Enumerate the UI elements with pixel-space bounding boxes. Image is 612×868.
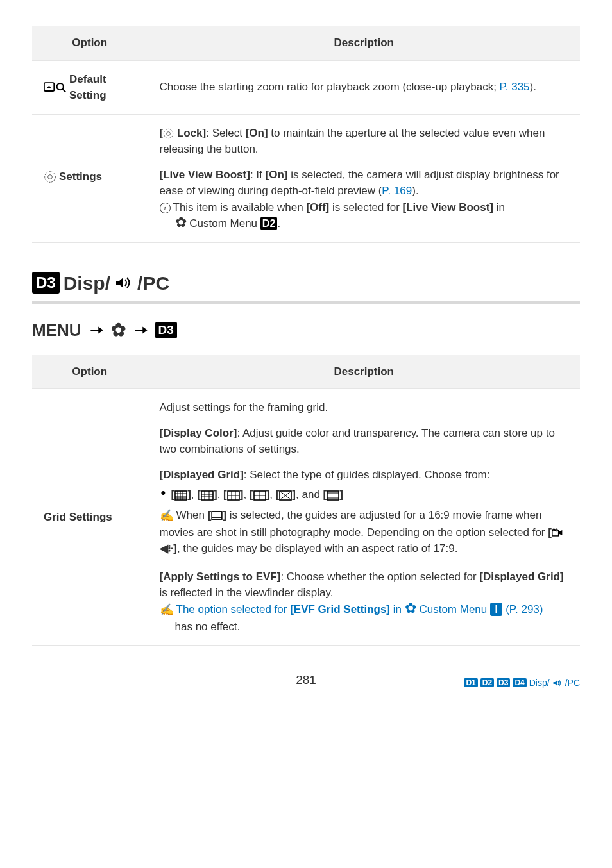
info-icon: i (160, 203, 171, 213)
svg-rect-33 (212, 512, 222, 519)
svg-rect-8 (175, 491, 187, 500)
svg-point-6 (164, 129, 173, 138)
grid-3x3-icon (227, 490, 240, 501)
playback-zoom-icon (44, 81, 67, 93)
arrow-right-icon (132, 322, 149, 338)
description-text: Choose the starting zoom ratio for playb… (160, 79, 569, 96)
aperture-icon (163, 128, 174, 139)
svg-point-5 (48, 174, 53, 179)
aperture-icon (44, 171, 56, 183)
grid-options-list: [], [], [], [], [], and [] (160, 487, 569, 503)
grid-cross-icon (253, 490, 266, 501)
d3-badge: D3 (32, 272, 60, 294)
d2-badge: D2 (480, 678, 494, 687)
gear-icon: ✿ (405, 600, 416, 616)
arrow-right-icon (88, 322, 105, 338)
d3-badge: D3 (497, 678, 510, 687)
col-option-header: Option (32, 26, 148, 60)
grid-movie-icon (327, 490, 339, 501)
svg-marker-39 (559, 530, 562, 535)
table-row: Settings [ Lock]: Select [On] to maintai… (32, 114, 580, 242)
svg-rect-30 (327, 491, 339, 500)
svg-rect-15 (201, 491, 213, 500)
grid-intro: Adjust settings for the framing grid. (160, 399, 569, 416)
i-badge: I (490, 603, 503, 616)
option-label: Grid Settings (32, 389, 148, 646)
table-row: Grid Settings Adjust settings for the fr… (32, 389, 580, 646)
displayed-grid-desc: [Displayed Grid]: Select the type of gui… (160, 467, 569, 557)
svg-marker-1 (46, 85, 51, 88)
grid-5x5-icon (174, 490, 187, 501)
breadcrumb: D1 D2 D3 D4 Disp//PC (464, 676, 580, 690)
apply-evf-desc: [Apply Settings to EVF]: Choose whether … (160, 569, 569, 635)
quality-diamond-icon: ◀ (160, 542, 168, 555)
movie-quality-icon (552, 528, 563, 537)
settings-table-1: Option Description (32, 26, 580, 243)
section-heading: D3 Disp//PC (32, 269, 580, 297)
display-color-desc: [Display Color]: Adjust guide color and … (160, 425, 569, 458)
gear-icon: ✿ (175, 214, 187, 230)
live-view-boost-description: [Live View Boost]: If [On] is selected, … (160, 167, 569, 232)
grid-4x3-icon (201, 490, 214, 501)
d1-badge: D1 (464, 678, 477, 687)
option-label: Default Setting (69, 71, 136, 104)
grid-diagonal-icon (279, 490, 292, 501)
svg-line-3 (62, 89, 65, 92)
hint-icon: ✍ (160, 603, 174, 616)
page-link-335[interactable]: P. 335 (500, 81, 530, 93)
hint-icon: ✍ (160, 509, 174, 522)
menu-path: MENU ✿ D3 (32, 318, 580, 343)
sound-icon (114, 274, 133, 291)
col-option-header: Option (32, 355, 148, 389)
lock-description: [ Lock]: Select [On] to maintain the ape… (160, 125, 569, 158)
option-label: Settings (59, 169, 102, 185)
settings-table-2: Option Description Grid Settings Adjust … (32, 355, 580, 646)
svg-point-4 (45, 171, 56, 182)
menu-label: MENU (32, 318, 81, 343)
col-description-header: Description (148, 26, 580, 60)
d3-badge: D3 (155, 322, 177, 339)
sound-icon (552, 679, 563, 687)
d2-badge: D2 (260, 217, 278, 230)
svg-point-7 (167, 131, 171, 135)
gear-icon: ✿ (111, 321, 126, 339)
grid-movie-icon (211, 511, 223, 520)
page-link-169[interactable]: P. 169 (382, 185, 412, 197)
table-row: Default Setting Choose the starting zoom… (32, 60, 580, 114)
col-description-header: Description (148, 355, 580, 389)
d4-badge: D4 (513, 678, 526, 687)
